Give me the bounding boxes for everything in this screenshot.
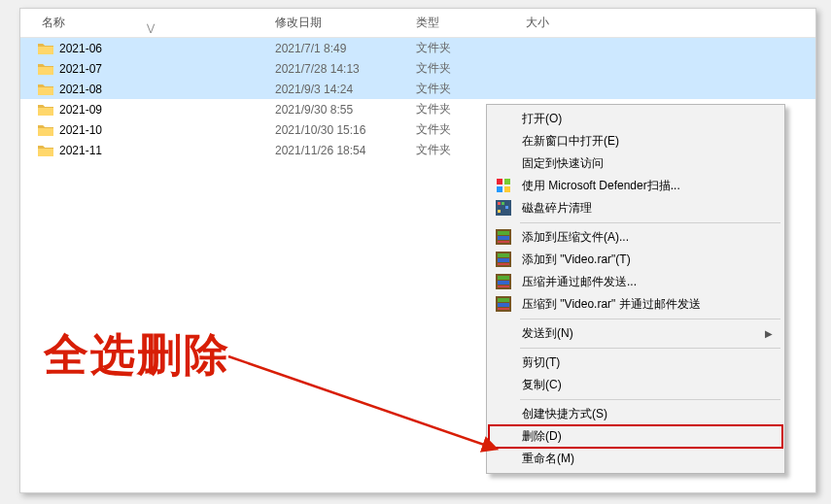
sort-indicator-icon: ⋁ — [147, 22, 155, 33]
svg-rect-2 — [497, 186, 502, 192]
file-date: 2021/9/3 14:24 — [275, 83, 416, 96]
menu-separator — [520, 222, 780, 223]
menu-open[interactable]: 打开(O) — [489, 108, 782, 130]
file-type: 文件夹 — [416, 60, 526, 77]
svg-rect-10 — [498, 231, 509, 235]
svg-rect-11 — [498, 236, 509, 240]
file-type: 文件夹 — [416, 81, 526, 97]
shield-icon — [496, 178, 511, 193]
file-name: 2021-10 — [59, 123, 102, 137]
rar-icon — [496, 274, 511, 289]
svg-rect-23 — [498, 303, 509, 307]
annotation-text: 全选删除 — [44, 325, 230, 386]
column-header-row: 名称 ⋁ 修改日期 类型 大小 — [20, 9, 815, 38]
menu-cut[interactable]: 剪切(T) — [489, 352, 782, 374]
file-name: 2021-07 — [59, 62, 102, 76]
file-name: 2021-08 — [59, 83, 102, 96]
menu-rename[interactable]: 重命名(M) — [489, 448, 782, 470]
table-row[interactable]: 2021-072021/7/28 14:13文件夹 — [20, 58, 815, 79]
folder-icon — [38, 144, 53, 156]
svg-rect-22 — [498, 298, 509, 302]
column-header-size[interactable]: 大小 — [526, 15, 623, 31]
svg-rect-16 — [498, 263, 509, 265]
defrag-icon — [496, 200, 511, 216]
svg-rect-24 — [498, 308, 509, 310]
svg-rect-3 — [504, 186, 510, 192]
file-date: 2021/7/1 8:49 — [275, 42, 416, 55]
svg-rect-14 — [498, 253, 509, 257]
file-name: 2021-09 — [59, 103, 102, 117]
menu-delete[interactable]: 删除(D) — [489, 425, 782, 448]
table-row[interactable]: 2021-082021/9/3 14:24文件夹 — [20, 79, 815, 99]
column-header-name-label: 名称 — [42, 16, 65, 29]
file-date: 2021/7/28 14:13 — [275, 62, 416, 76]
menu-compress-email[interactable]: 压缩并通过邮件发送... — [489, 271, 782, 293]
folder-icon — [38, 123, 53, 136]
svg-rect-6 — [502, 202, 504, 205]
svg-rect-12 — [498, 241, 509, 243]
file-type: 文件夹 — [416, 40, 526, 56]
rar-icon — [496, 296, 511, 312]
menu-separator — [520, 399, 780, 400]
svg-rect-7 — [505, 206, 508, 209]
column-header-name[interactable]: 名称 ⋁ — [20, 15, 275, 31]
file-date: 2021/11/26 18:54 — [275, 144, 416, 157]
svg-rect-18 — [498, 276, 509, 280]
svg-rect-8 — [498, 210, 501, 213]
menu-add-to-archive[interactable]: 添加到压缩文件(A)... — [489, 226, 782, 249]
file-date: 2021/10/30 15:16 — [275, 123, 416, 137]
menu-defender-scan[interactable]: 使用 Microsoft Defender扫描... — [489, 175, 782, 197]
svg-rect-5 — [498, 202, 501, 205]
svg-rect-1 — [504, 179, 510, 185]
folder-icon — [38, 103, 53, 116]
file-name: 2021-11 — [59, 144, 102, 157]
column-header-date[interactable]: 修改日期 — [275, 15, 416, 31]
menu-create-shortcut[interactable]: 创建快捷方式(S) — [489, 403, 782, 425]
svg-rect-15 — [498, 258, 509, 262]
rar-icon — [496, 229, 511, 245]
svg-rect-20 — [498, 286, 509, 287]
svg-rect-19 — [498, 281, 509, 285]
svg-rect-0 — [497, 179, 502, 185]
file-name: 2021-06 — [59, 42, 102, 55]
menu-add-to-video-rar[interactable]: 添加到 "Video.rar"(T) — [489, 249, 782, 271]
table-row[interactable]: 2021-062021/7/1 8:49文件夹 — [20, 38, 815, 58]
file-date: 2021/9/30 8:55 — [275, 103, 416, 117]
folder-icon — [38, 42, 53, 54]
rar-icon — [496, 252, 511, 267]
folder-icon — [38, 83, 53, 95]
column-header-type[interactable]: 类型 — [416, 15, 526, 31]
submenu-arrow-icon: ▶ — [765, 328, 773, 339]
menu-defrag[interactable]: 磁盘碎片清理 — [489, 197, 782, 219]
menu-compress-video-email[interactable]: 压缩到 "Video.rar" 并通过邮件发送 — [489, 293, 782, 316]
menu-send-to[interactable]: 发送到(N) ▶ — [489, 322, 782, 345]
context-menu: 打开(O) 在新窗口中打开(E) 固定到快速访问 使用 Microsoft De… — [486, 104, 785, 474]
menu-separator — [520, 319, 780, 319]
menu-open-new-window[interactable]: 在新窗口中打开(E) — [489, 130, 782, 152]
menu-copy[interactable]: 复制(C) — [489, 374, 782, 396]
folder-icon — [38, 62, 53, 75]
menu-pin-quick-access[interactable]: 固定到快速访问 — [489, 152, 782, 175]
menu-separator — [520, 348, 780, 349]
